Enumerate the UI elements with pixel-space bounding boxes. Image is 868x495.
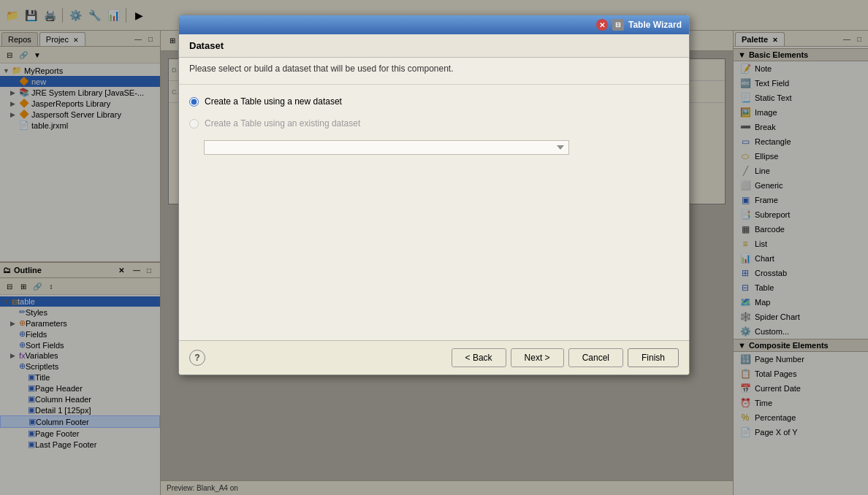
modal-body: Dataset Please select or build a dataset… <box>179 34 689 340</box>
radio-new-dataset: Create a Table using a new dataset <box>189 96 679 107</box>
modal-footer: ? < Back Next > Cancel Finish <box>179 340 689 375</box>
radio-new-dataset-label[interactable]: Create a Table using a new dataset <box>205 96 342 107</box>
radio-existing-dataset-input[interactable] <box>189 119 199 128</box>
modal-title: Table Wizard <box>628 20 682 30</box>
modal-section-text: Dataset <box>189 40 224 51</box>
radio-existing-dataset: Create a Table using an existing dataset <box>189 118 679 128</box>
finish-button[interactable]: Finish <box>628 348 679 367</box>
back-button[interactable]: < Back <box>452 348 506 367</box>
existing-dataset-select[interactable] <box>204 140 569 155</box>
modal-content: Create a Table using a new dataset Creat… <box>179 85 689 340</box>
modal-title-icon: ⊟ <box>612 19 624 31</box>
modal-description: Please select or build a dataset that wi… <box>179 58 689 85</box>
radio-new-dataset-input[interactable] <box>189 97 199 107</box>
cancel-button[interactable]: Cancel <box>568 348 623 367</box>
dataset-dropdown-row <box>189 140 679 155</box>
modal-close-btn[interactable]: ✕ <box>596 19 608 31</box>
modal-section-header: Dataset <box>179 34 689 58</box>
modal-overlay: ✕ ⊟ Table Wizard Dataset Please select o… <box>0 0 868 495</box>
next-button[interactable]: Next > <box>511 348 564 367</box>
modal-titlebar: ✕ ⊟ Table Wizard <box>179 15 689 34</box>
radio-existing-dataset-label[interactable]: Create a Table using an existing dataset <box>205 118 360 128</box>
table-wizard-modal: ✕ ⊟ Table Wizard Dataset Please select o… <box>178 15 690 375</box>
help-button[interactable]: ? <box>189 350 205 366</box>
